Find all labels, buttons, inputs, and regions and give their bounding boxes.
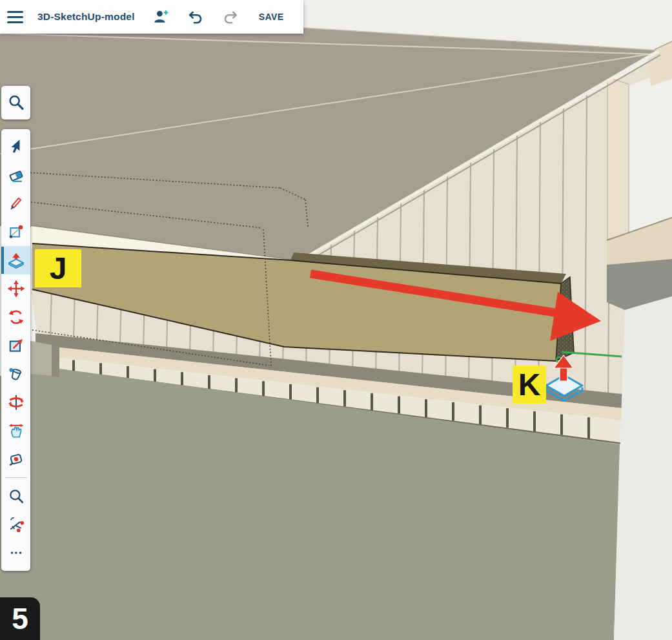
orbit-tool-button[interactable] [1, 388, 30, 417]
menu-icon[interactable] [7, 11, 23, 23]
tool-strip [1, 129, 30, 571]
rotate-icon [8, 309, 25, 325]
line-tool-button[interactable] [1, 189, 30, 218]
model-viewport[interactable] [0, 0, 672, 640]
step-number-badge: 5 [0, 597, 40, 640]
pencil-icon [8, 195, 25, 212]
tape-measure-tool-button[interactable] [1, 445, 30, 473]
axes-icon [8, 516, 25, 533]
search-tool-button[interactable] [1, 86, 30, 119]
zoom-icon [8, 488, 25, 504]
eraser-tool-button[interactable] [1, 161, 30, 189]
add-collaborator-icon [152, 8, 169, 25]
orbit-icon [8, 394, 25, 411]
shapes-tool-button[interactable] [1, 218, 30, 246]
select-icon [8, 138, 25, 155]
redo-icon [222, 8, 239, 25]
push-pull-icon [8, 252, 25, 269]
tape-measure-icon [8, 451, 25, 468]
scale-tool-button[interactable] [1, 331, 30, 360]
scale-icon [8, 337, 25, 354]
paint-bucket-icon [8, 366, 25, 382]
top-bar: 3D-SketchUp-model SAVE [0, 0, 303, 34]
more-tools-button[interactable] [1, 539, 30, 567]
paint-bucket-tool-button[interactable] [1, 360, 30, 388]
undo-icon [187, 8, 204, 25]
select-tool-button[interactable] [1, 132, 30, 161]
callout-label-j: J [35, 249, 81, 287]
callout-label-k: K [513, 366, 546, 404]
push-pull-tool-button[interactable] [1, 246, 30, 274]
move-icon [8, 280, 25, 297]
sketchup-web-app: 3D-SketchUp-model SAVE [0, 0, 672, 640]
toolstrip-divider [5, 477, 27, 478]
document-title: 3D-SketchUp-model [37, 11, 135, 23]
pan-tool-button[interactable] [1, 417, 30, 445]
rectangle-shape-icon [8, 223, 25, 240]
eraser-icon [8, 167, 25, 183]
pan-icon [8, 422, 25, 439]
axes-tool-button[interactable] [1, 510, 30, 539]
rotate-tool-button[interactable] [1, 303, 30, 331]
more-ellipsis-icon [8, 544, 25, 561]
zoom-tool-button[interactable] [1, 482, 30, 510]
undo-button[interactable] [187, 8, 205, 26]
search-icon [7, 94, 25, 112]
move-tool-button[interactable] [1, 274, 30, 303]
save-button[interactable]: SAVE [255, 11, 288, 23]
add-collaborator-button[interactable] [152, 8, 170, 26]
redo-button[interactable] [221, 8, 239, 26]
